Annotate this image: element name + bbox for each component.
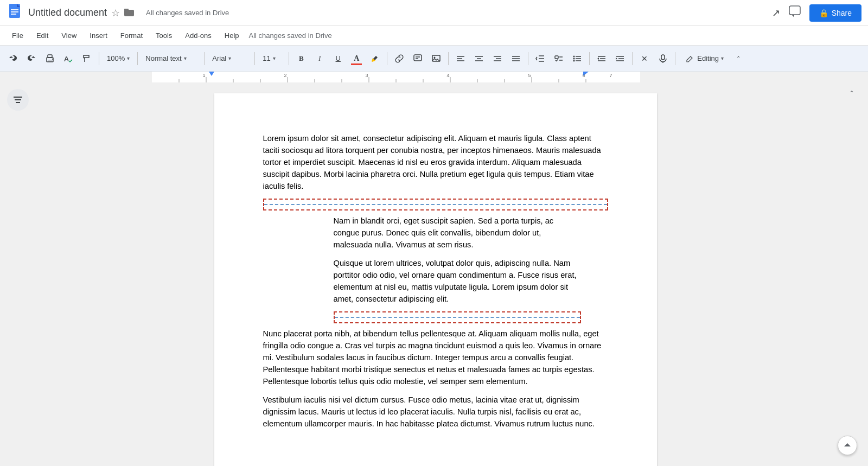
right-panel: ⌃ (835, 82, 868, 466)
menu-format[interactable]: Format (115, 29, 148, 42)
style-chevron-icon: ▾ (184, 55, 187, 61)
ruler-canvas: 1 2 3 4 5 6 7 (0, 72, 868, 82)
zoom-chevron-icon: ▾ (127, 55, 130, 61)
italic-icon: I (318, 54, 321, 63)
separator-5 (289, 52, 289, 65)
underline-icon: U (336, 54, 341, 62)
insert-comment-button[interactable] (409, 50, 426, 67)
doc-area[interactable]: Lorem ipsum dolor sit amet, consectetur … (35, 82, 835, 466)
voice-input-button[interactable] (654, 50, 672, 67)
document-page[interactable]: Lorem ipsum dolor sit amet, consectetur … (214, 93, 657, 466)
font-size-dropdown[interactable]: 11 ▾ (258, 50, 285, 67)
print-button[interactable] (41, 50, 59, 67)
dashed-separator-1[interactable] (263, 199, 608, 210)
paragraph-1[interactable]: Lorem ipsum dolor sit amet, consectetur … (263, 132, 608, 192)
bold-button[interactable]: B (292, 50, 310, 67)
separator-8 (528, 52, 528, 65)
title-bar: Untitled document ☆ All changes saved in… (0, 0, 868, 26)
align-center-button[interactable] (470, 50, 488, 67)
spellcheck-button[interactable] (60, 50, 77, 67)
expand-toolbar-button[interactable]: ⌃ (730, 50, 747, 67)
svg-text:7: 7 (609, 73, 612, 78)
italic-button[interactable]: I (311, 50, 328, 67)
menu-file[interactable]: File (7, 29, 29, 42)
font-family-chevron-icon: ▾ (228, 55, 231, 61)
svg-point-39 (573, 60, 575, 61)
paragraph-5[interactable]: Vestibulum iaculis nisi vel dictum cursu… (263, 394, 608, 430)
style-dropdown[interactable]: Normal text ▾ (141, 50, 201, 67)
increase-indent-button[interactable] (611, 50, 629, 67)
menu-help[interactable]: Help (219, 29, 245, 42)
separator-1 (99, 52, 99, 65)
toolbar: 100% ▾ Normal text ▾ Arial ▾ 11 ▾ B I U … (0, 46, 868, 72)
font-size-chevron-icon: ▾ (273, 55, 276, 61)
share-lock-icon: 🔒 (819, 9, 828, 17)
font-family-value: Arial (212, 54, 226, 62)
checklist-button[interactable] (550, 50, 567, 67)
svg-rect-5 (11, 14, 16, 15)
menu-insert[interactable]: Insert (84, 29, 113, 42)
svg-rect-11 (48, 55, 52, 58)
line-spacing-button[interactable] (532, 50, 549, 67)
svg-text:6: 6 (582, 73, 585, 78)
svg-rect-4 (11, 11, 18, 12)
menu-edit[interactable]: Edit (31, 29, 54, 42)
svg-rect-12 (48, 60, 52, 62)
share-button[interactable]: 🔒 Share (809, 4, 861, 22)
title-bar-right: ↗ 🔒 Share (772, 4, 861, 22)
paragraph-2[interactable]: Nam in blandit orci, eget suscipit sapie… (334, 215, 581, 251)
paint-format-button[interactable] (78, 50, 95, 67)
sidebar (0, 82, 35, 466)
svg-rect-14 (414, 55, 422, 61)
font-color-button[interactable]: A (348, 50, 365, 67)
svg-point-38 (573, 58, 575, 59)
svg-rect-7 (124, 9, 129, 11)
scroll-to-top-button[interactable] (838, 436, 857, 455)
svg-rect-49 (661, 55, 665, 60)
dashed-separator-2[interactable] (334, 311, 581, 323)
svg-point-37 (573, 55, 575, 57)
separator-line-2 (335, 317, 580, 318)
zoom-dropdown[interactable]: 100% ▾ (103, 50, 134, 67)
highlight-button[interactable] (366, 50, 384, 67)
outline-button[interactable] (7, 89, 29, 111)
separator-6 (387, 52, 387, 65)
decrease-indent-button[interactable] (593, 50, 610, 67)
all-changes-saved[interactable]: All changes saved in Drive (249, 31, 332, 40)
insert-image-button[interactable] (427, 50, 445, 67)
comments-button[interactable] (789, 5, 801, 20)
font-size-value: 11 (263, 54, 270, 62)
trend-button[interactable]: ↗ (772, 7, 780, 19)
doc-title[interactable]: Untitled document (28, 7, 107, 18)
star-icon[interactable]: ☆ (111, 7, 120, 19)
bold-icon: B (299, 54, 304, 63)
share-label: Share (832, 9, 852, 17)
paragraph-4[interactable]: Nunc placerat porta nibh, at bibendum te… (263, 328, 608, 387)
font-family-dropdown[interactable]: Arial ▾ (208, 50, 251, 67)
editing-dropdown[interactable]: Editing ▾ (681, 50, 729, 67)
editing-chevron-icon: ▾ (721, 55, 724, 61)
align-right-button[interactable] (489, 50, 506, 67)
zoom-value: 100% (107, 54, 125, 62)
google-docs-logo (7, 4, 23, 22)
clear-format-button[interactable]: ✕ (636, 50, 653, 67)
separator-11 (675, 52, 675, 65)
underline-button[interactable]: U (329, 50, 347, 67)
menu-addons[interactable]: Add-ons (180, 29, 216, 42)
paragraph-3[interactable]: Quisque ut lorem ultrices, volutpat dolo… (334, 257, 581, 305)
align-left-button[interactable] (452, 50, 469, 67)
folder-icon[interactable] (124, 8, 134, 18)
separator-10 (632, 52, 633, 65)
expand-panel-button[interactable]: ⌃ (845, 87, 858, 100)
align-justify-button[interactable] (507, 50, 525, 67)
undo-button[interactable] (4, 50, 22, 67)
menu-tools[interactable]: Tools (150, 29, 177, 42)
svg-point-13 (52, 59, 53, 60)
svg-rect-34 (555, 56, 558, 59)
menu-view[interactable]: View (56, 29, 82, 42)
link-button[interactable] (391, 50, 408, 67)
bullet-list-button[interactable] (569, 50, 586, 67)
svg-text:2: 2 (284, 73, 286, 78)
svg-rect-78 (15, 99, 21, 100)
redo-button[interactable] (23, 50, 40, 67)
